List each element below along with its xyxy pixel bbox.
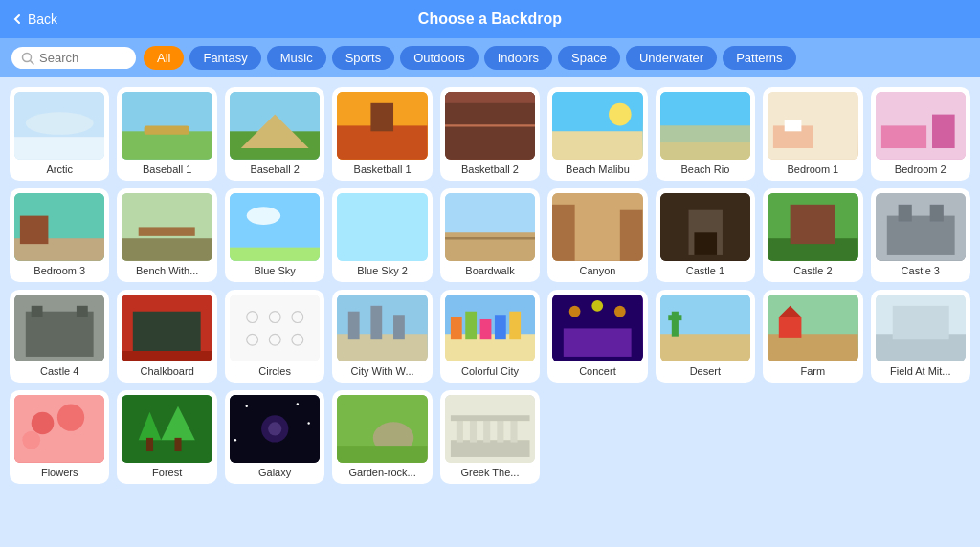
svg-point-111: [307, 423, 309, 425]
svg-rect-43: [552, 205, 575, 261]
backdrop-item-canyon[interactable]: Canyon: [547, 188, 647, 282]
filter-buttons: AllFantasyMusicSportsOutdoorsIndoorsSpac…: [144, 46, 796, 70]
backdrop-item-colorfulcity[interactable]: Colorful City: [440, 290, 540, 383]
backdrop-item-galaxy[interactable]: Galaxy: [225, 390, 324, 484]
backdrop-label: Forest: [122, 467, 212, 478]
backdrop-label: Beach Malibu: [552, 164, 642, 175]
backdrop-item-beach-rio[interactable]: Beach Rio: [656, 87, 755, 181]
svg-rect-25: [785, 120, 802, 132]
svg-rect-58: [77, 305, 88, 317]
backdrop-item-castle4[interactable]: Castle 4: [10, 290, 109, 383]
backdrop-item-castle3[interactable]: Castle 3: [871, 188, 970, 282]
backdrop-label: Bedroom 1: [768, 164, 858, 175]
backdrop-label: Galaxy: [230, 467, 320, 478]
svg-rect-77: [465, 311, 477, 339]
svg-rect-73: [393, 315, 405, 339]
header: Back Choose a Backdrop: [0, 0, 980, 38]
filter-btn-space[interactable]: Space: [558, 46, 620, 70]
search-box: [11, 47, 136, 69]
back-button[interactable]: Back: [11, 11, 57, 27]
svg-rect-72: [371, 305, 383, 339]
svg-rect-54: [929, 205, 943, 222]
backdrop-label: Castle 2: [768, 265, 858, 276]
svg-point-100: [22, 431, 40, 449]
svg-rect-117: [451, 441, 530, 458]
backdrop-item-farm[interactable]: Farm: [763, 290, 862, 383]
search-input[interactable]: [39, 51, 125, 65]
backdrop-item-chalkboard[interactable]: Chalkboard: [117, 290, 216, 383]
svg-point-108: [268, 423, 281, 436]
svg-rect-92: [779, 317, 802, 337]
svg-rect-18: [552, 131, 642, 160]
backdrop-label: Colorful City: [445, 365, 535, 377]
backdrop-item-bench[interactable]: Bench With...: [117, 188, 216, 282]
backdrop-item-castle2[interactable]: Castle 2: [763, 188, 862, 282]
filter-btn-fantasy[interactable]: Fantasy: [189, 46, 260, 70]
svg-rect-123: [451, 416, 530, 422]
svg-rect-22: [660, 142, 750, 160]
backdrop-item-greekthe[interactable]: Greek The...: [440, 390, 540, 484]
svg-point-112: [234, 440, 236, 442]
backdrop-label: Arctic: [14, 164, 104, 175]
svg-rect-97: [14, 395, 104, 463]
backdrop-label: Farm: [768, 365, 858, 377]
svg-rect-52: [886, 215, 954, 254]
svg-point-109: [245, 405, 247, 407]
backdrop-item-bedroom3[interactable]: Bedroom 3: [10, 188, 109, 282]
svg-rect-15: [445, 92, 535, 103]
svg-rect-91: [768, 334, 858, 362]
backdrop-item-basketball2[interactable]: Basketball 2: [440, 87, 540, 181]
backdrop-item-forest[interactable]: Forest: [117, 390, 216, 484]
svg-point-110: [297, 404, 299, 405]
filter-btn-indoors[interactable]: Indoors: [484, 46, 552, 70]
backdrop-item-gardenrock[interactable]: Garden-rock...: [332, 390, 432, 484]
backdrop-label: Circles: [230, 365, 320, 377]
filter-btn-underwater[interactable]: Underwater: [626, 46, 717, 70]
svg-rect-44: [620, 210, 643, 261]
backdrop-item-concert[interactable]: Concert: [547, 290, 647, 383]
backdrop-label: Basketball 1: [337, 164, 427, 175]
backdrop-item-castle1[interactable]: Castle 1: [656, 188, 755, 282]
backdrop-label: Blue Sky 2: [337, 265, 427, 276]
svg-rect-104: [146, 438, 153, 451]
filter-btn-music[interactable]: Music: [267, 46, 326, 70]
svg-rect-33: [122, 238, 212, 261]
svg-rect-118: [457, 418, 463, 443]
backdrop-item-fieldatmit[interactable]: Field At Mit...: [871, 290, 970, 383]
backdrop-item-baseball1[interactable]: Baseball 1: [117, 87, 216, 181]
backdrop-item-basketball1[interactable]: Basketball 1: [332, 87, 432, 181]
backdrop-item-baseball2[interactable]: Baseball 2: [225, 87, 324, 181]
filter-btn-outdoors[interactable]: Outdoors: [400, 46, 478, 70]
svg-rect-57: [32, 305, 43, 317]
backdrop-item-bedroom2[interactable]: Bedroom 2: [871, 87, 970, 181]
backdrop-item-flowers[interactable]: Flowers: [10, 390, 109, 484]
svg-rect-82: [564, 328, 632, 357]
backdrop-label: City With W...: [337, 365, 427, 377]
filter-btn-all[interactable]: All: [144, 46, 184, 70]
backdrop-item-boardwalk[interactable]: Boardwalk: [440, 188, 540, 282]
backdrop-label: Basketball 2: [445, 164, 535, 175]
backdrop-item-beach-malibu[interactable]: Beach Malibu: [547, 87, 647, 181]
backdrop-label: Castle 3: [876, 265, 966, 276]
svg-point-84: [592, 300, 604, 312]
grid-container: ArcticBaseball 1Baseball 2Basketball 1Ba…: [0, 77, 980, 536]
backdrop-item-desert[interactable]: Desert: [656, 290, 755, 383]
backdrop-item-bedroom1[interactable]: Bedroom 1: [763, 87, 862, 181]
backdrop-label: Baseball 2: [230, 164, 320, 175]
backdrop-item-arctic[interactable]: Arctic: [10, 87, 109, 181]
svg-rect-47: [694, 232, 717, 255]
backdrop-item-bluesky[interactable]: Blue Sky: [225, 188, 324, 282]
backdrop-item-bluesky2[interactable]: Blue Sky 2: [332, 188, 432, 282]
backdrop-label: Castle 4: [14, 365, 104, 377]
svg-point-4: [26, 112, 94, 135]
back-arrow-icon: [11, 13, 23, 25]
filter-btn-patterns[interactable]: Patterns: [723, 46, 795, 70]
backdrop-item-circles[interactable]: Circles: [225, 290, 324, 383]
svg-rect-53: [898, 205, 911, 222]
svg-point-83: [569, 305, 581, 317]
svg-point-36: [247, 207, 280, 225]
svg-rect-120: [483, 418, 490, 443]
filter-btn-sports[interactable]: Sports: [332, 46, 395, 70]
svg-rect-121: [497, 418, 503, 443]
backdrop-item-cityw[interactable]: City With W...: [332, 290, 432, 383]
